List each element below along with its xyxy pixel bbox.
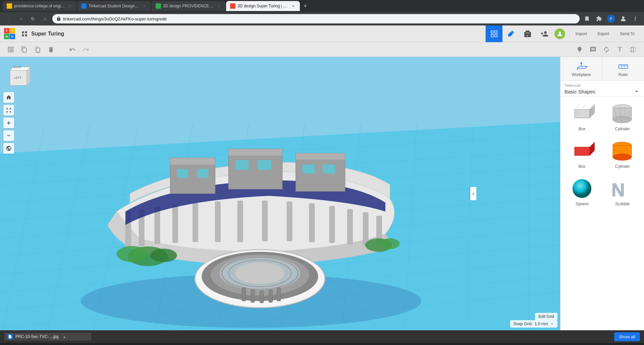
home-button[interactable]: ⌂	[40, 14, 50, 23]
user-account-button[interactable]	[619, 14, 628, 23]
svg-marker-114	[590, 142, 595, 155]
undo-button[interactable]	[67, 44, 78, 55]
back-button[interactable]: ←	[4, 14, 13, 23]
browser-tab-2[interactable]: Tinkercad Student Design Conte... ✕	[77, 1, 151, 11]
browser-tab-4[interactable]: 3D design Super Turing | Tinkerc... ✕	[226, 1, 300, 11]
tab-close-3[interactable]: ✕	[216, 3, 221, 9]
shape-source-dropdown[interactable]: Basic Shapes	[565, 88, 640, 95]
edit-grid-label: Edit Grid	[538, 314, 554, 319]
svg-rect-46	[262, 201, 268, 241]
zoom-in-button[interactable]: +	[3, 118, 14, 128]
briefcase-tab[interactable]	[519, 25, 536, 42]
file-download-item[interactable]: PRC-10-Sec-TVC-....jpg ▲	[4, 333, 91, 341]
zoom-out-button[interactable]: −	[3, 130, 14, 141]
svg-rect-49	[329, 206, 335, 243]
logo-k: K	[10, 34, 15, 39]
ruler-label: Ruler	[619, 72, 628, 77]
workplane-ruler-section: Workplane Ruler	[560, 57, 644, 81]
browser-tab-1[interactable]: providence college of engineerin... ✕	[3, 1, 76, 11]
bookmark-button[interactable]	[582, 14, 592, 23]
workplane-button[interactable]: Workplane	[560, 57, 602, 80]
import-button[interactable]: Import	[570, 30, 592, 38]
export-button[interactable]: Export	[592, 30, 614, 38]
svg-rect-64	[323, 164, 335, 174]
new-tab-button[interactable]: +	[301, 1, 310, 11]
tab-close-1[interactable]: ✕	[67, 3, 72, 9]
forward-button[interactable]: →	[16, 14, 25, 23]
chrome-menu-button[interactable]	[631, 14, 640, 23]
show-all-button[interactable]: Show all	[614, 332, 640, 341]
flip-button[interactable]	[628, 44, 639, 55]
svg-rect-12	[8, 50, 10, 52]
shape-thumb-cylinder-orange	[609, 139, 636, 163]
shape-item-scribble[interactable]: N N Scribble	[604, 174, 642, 209]
svg-rect-63	[303, 164, 315, 174]
app: T I N K Super Turing	[0, 25, 644, 343]
shape-source-category: Tinkercad	[565, 83, 640, 87]
edit-grid-button[interactable]: Edit Grid	[535, 313, 557, 320]
svg-rect-47	[287, 202, 292, 241]
tab-close-4[interactable]: ✕	[290, 3, 296, 9]
svg-rect-4	[25, 34, 27, 36]
shape-item-cylinder-orange[interactable]: Cylinder	[604, 137, 642, 171]
redo-button[interactable]	[80, 44, 91, 55]
shape-thumb-scribble: N N	[609, 177, 636, 200]
orbit-button[interactable]	[3, 143, 14, 154]
browser-chrome: providence college of engineerin... ✕ Ti…	[0, 0, 644, 25]
shape-item-sphere[interactable]: Sphere	[563, 174, 601, 209]
duplicate-button[interactable]	[32, 44, 43, 55]
svg-rect-44	[215, 202, 220, 242]
snap-grid-dropdown-icon[interactable]	[550, 322, 554, 326]
reload-button[interactable]: ↻	[28, 14, 38, 23]
top-toolbar: T I N K Super Turing	[0, 25, 644, 42]
align-button[interactable]	[614, 44, 625, 55]
select-all-button[interactable]	[5, 44, 16, 55]
main-content: BACK LEFT + −	[0, 57, 644, 330]
3d-viewport[interactable]: BACK LEFT + −	[0, 57, 560, 330]
copy-button[interactable]	[19, 44, 30, 55]
svg-rect-51	[363, 212, 368, 246]
tab-label-1: providence college of engineerin...	[14, 4, 65, 8]
svg-rect-58	[228, 149, 282, 155]
home-view-button[interactable]	[3, 92, 14, 103]
panel-collapse-button[interactable]: ›	[470, 187, 476, 200]
shape-item-box-red[interactable]: Box	[563, 137, 601, 171]
send-to-button[interactable]: Send To	[614, 30, 640, 38]
nav-bar: ← → ↻ ⌂ tinkercad.com/things/3uDcQZAkFKo…	[0, 12, 644, 25]
svg-rect-6	[495, 31, 497, 33]
add-user-tab[interactable]	[536, 25, 553, 42]
profile-button[interactable]: P	[606, 14, 616, 23]
grid-view-tab[interactable]	[486, 25, 502, 42]
tab-bar: providence college of engineerin... ✕ Ti…	[0, 0, 644, 12]
profile-tab[interactable]	[553, 25, 567, 42]
svg-point-79	[150, 249, 177, 262]
ruler-button[interactable]: Ruler	[602, 57, 644, 80]
browser-tab-3[interactable]: 3D design PROVIDENCE | Tinker... ✕	[152, 1, 225, 11]
fit-to-view-button[interactable]	[3, 105, 14, 116]
shape-item-box-wire[interactable]: Box	[563, 99, 601, 134]
speech-bubble-button[interactable]	[588, 44, 598, 55]
svg-rect-7	[491, 34, 493, 37]
view-cube[interactable]: BACK LEFT	[3, 60, 34, 90]
light-bulb-button[interactable]	[574, 44, 585, 55]
view-cube-container: BACK LEFT	[3, 60, 34, 90]
tab-close-2[interactable]: ✕	[142, 3, 147, 9]
shape-item-cylinder-wire[interactable]: Cylinder	[604, 99, 642, 134]
toolbar-right-icons	[574, 44, 639, 55]
extensions-button[interactable]	[594, 14, 604, 23]
profile-avatar: P	[607, 15, 615, 23]
address-bar[interactable]: tinkercad.com/things/3uDcQZAkFKo-super-t…	[52, 14, 580, 23]
rotate-button[interactable]	[601, 44, 612, 55]
shape-label-scribble: Scribble	[615, 202, 630, 206]
shape-thumb-box-red	[569, 139, 595, 163]
address-text: tinkercad.com/things/3uDcQZAkFKo-super-t…	[63, 16, 576, 21]
grid-menu-icon[interactable]	[20, 30, 29, 38]
delete-button[interactable]	[46, 44, 56, 55]
svg-rect-55	[177, 169, 188, 178]
logo-n: N	[4, 34, 9, 39]
file-actions: Import Export Send To	[570, 30, 640, 38]
svg-rect-54	[170, 158, 215, 164]
hammer-tab[interactable]	[502, 25, 519, 42]
shape-label-cylinder-orange: Cylinder	[615, 164, 630, 169]
svg-marker-87	[577, 66, 587, 68]
